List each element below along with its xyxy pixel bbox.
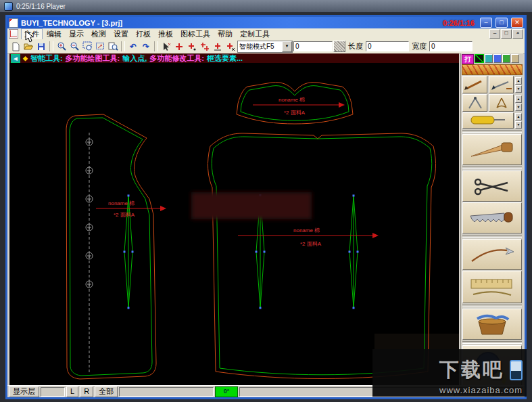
app-icon	[9, 18, 18, 28]
mode-dropdown[interactable]: 智能模式F5 ▼	[237, 41, 293, 53]
status-cell	[119, 387, 214, 397]
toolbar: ↶ ↷ 智能模式F5 ▼ 长度 宽度	[7, 39, 525, 54]
mini-tool-button[interactable]	[502, 54, 510, 63]
select-tool-icon[interactable]	[160, 41, 172, 52]
watermark-url: www.xiazaiba.com	[439, 385, 523, 395]
menu-grading[interactable]: 推板	[155, 28, 176, 40]
mouse-cursor	[25, 30, 34, 45]
pattern-swatch-button[interactable]	[333, 41, 345, 52]
watermark: 下载吧 www.xiazaiba.com	[439, 357, 523, 395]
divider	[462, 305, 522, 307]
spin-up-icon[interactable]: ▲	[515, 113, 522, 120]
pattern-mode-button[interactable]: 打	[462, 54, 474, 64]
mini-tool-button[interactable]	[511, 54, 519, 63]
menu-icon-tools[interactable]: 图标工具	[177, 28, 214, 40]
roller-tool-button[interactable]	[462, 112, 514, 129]
zoom-area-icon[interactable]	[81, 41, 93, 52]
pan-icon[interactable]	[94, 41, 106, 52]
add-point-tool-icon[interactable]	[186, 41, 198, 52]
hint-segment: 输入点,	[122, 53, 147, 63]
svg-text:*2 面料A: *2 面料A	[284, 110, 306, 116]
zoom-in-icon[interactable]	[55, 41, 68, 52]
maximize-button[interactable]: □	[495, 18, 508, 28]
diamond-icon: ◆	[23, 55, 28, 62]
intersect-point-tool-icon[interactable]	[199, 41, 211, 52]
seam-ripper-tool-button[interactable]	[462, 239, 522, 270]
left-button[interactable]: L	[66, 386, 78, 397]
menu-view[interactable]: 显示	[66, 28, 87, 40]
menu-pattern[interactable]: 打板	[132, 28, 154, 40]
spin-down-icon[interactable]: ▼	[515, 104, 522, 111]
drawing-canvas[interactable]: noname 棉 *2 面料A noname 棉 *2 面料A	[9, 63, 459, 385]
close-button[interactable]: ✕	[511, 18, 523, 28]
outline-tool-button[interactable]	[475, 54, 484, 63]
tool-sidebar: 打 ▲▼ ▲▼	[460, 53, 523, 385]
toolbar-separator	[154, 41, 158, 51]
redacted-region	[191, 192, 312, 219]
offset-point-tool-icon[interactable]	[212, 41, 224, 52]
spin-down-icon[interactable]: ▼	[515, 85, 522, 93]
length-input[interactable]	[366, 41, 409, 51]
menu-edit[interactable]: 编辑	[43, 28, 65, 40]
menu-settings[interactable]: 设置	[110, 28, 132, 40]
minimize-button[interactable]: –	[480, 18, 492, 28]
bucket-tool-button[interactable]	[462, 309, 522, 340]
divider	[462, 130, 522, 133]
zoom-fit-icon[interactable]	[107, 41, 119, 52]
svg-text:noname 棉: noname 棉	[293, 227, 320, 233]
delete-point-tool-icon[interactable]	[224, 41, 237, 52]
grain-line: noname 棉 *2 面料A	[238, 227, 379, 247]
pattern-piece-yoke[interactable]	[237, 83, 353, 124]
button-line	[86, 133, 93, 373]
chevron-down-icon[interactable]: ▼	[282, 41, 292, 52]
all-button[interactable]: 全部	[95, 386, 118, 397]
phone-icon	[510, 360, 523, 380]
new-icon[interactable]	[9, 41, 22, 52]
menu-check[interactable]: 检测	[88, 28, 110, 40]
grain-line: noname 棉 *2 面料A	[253, 97, 345, 116]
compass-tool-button[interactable]	[489, 94, 514, 112]
player-titlebar: 0:25/1:16 Player	[0, 0, 532, 12]
divider	[462, 166, 522, 169]
pen-tool-button[interactable]	[462, 76, 487, 93]
svg-text:*2 面料A: *2 面料A	[114, 212, 135, 218]
value-input[interactable]	[293, 41, 333, 51]
pen-nib-tool-button[interactable]	[489, 76, 514, 93]
spin-down-icon[interactable]: ▼	[515, 121, 522, 129]
scissors-tool-button[interactable]	[462, 171, 522, 202]
mini-tool-button[interactable]	[485, 54, 493, 63]
menu-custom-tools[interactable]: 定制工具	[237, 28, 273, 40]
saw-tool-button[interactable]	[462, 202, 522, 233]
app-window: BUYI_TECHNOLOGY - [3.prj] 0:26/1:16 – □ …	[5, 15, 527, 399]
ruler-tool-button[interactable]	[462, 271, 522, 303]
dart[interactable]	[349, 196, 358, 308]
mini-tool-button[interactable]	[493, 54, 502, 63]
back-icon[interactable]: ◀	[11, 54, 20, 63]
document-icon	[9, 29, 18, 39]
angle-indicator: 0°	[215, 386, 238, 397]
pattern-piece-front[interactable]	[66, 114, 156, 379]
undo-icon[interactable]: ↶	[127, 41, 139, 52]
layer-button[interactable]: 显示层	[9, 386, 39, 397]
spin-up-icon[interactable]: ▲	[515, 95, 522, 103]
right-button[interactable]: R	[80, 386, 93, 397]
child-restore-button[interactable]: □	[501, 29, 512, 39]
hint-segment: 多功能绘图工具:	[66, 53, 120, 63]
svg-text:noname 棉: noname 棉	[108, 200, 135, 206]
redo-icon[interactable]: ↷	[140, 41, 152, 52]
zoom-out-icon[interactable]	[68, 41, 80, 52]
point-tool-icon[interactable]	[173, 41, 185, 52]
app-title: BUYI_TECHNOLOGY - [3.prj]	[21, 19, 440, 27]
player-title: 0:25/1:16 Player	[16, 3, 66, 10]
child-close-button[interactable]: ×	[512, 29, 523, 39]
toolbar-separator	[121, 41, 125, 51]
menu-help[interactable]: 帮助	[214, 28, 236, 40]
awl-tool-button[interactable]	[462, 134, 522, 165]
toolbar-separator	[49, 41, 53, 51]
spin-up-icon[interactable]: ▲	[515, 77, 522, 85]
status-cell	[41, 387, 65, 397]
save-icon[interactable]	[35, 41, 47, 52]
divider-tool-button[interactable]	[462, 94, 487, 112]
child-minimize-button[interactable]: –	[489, 29, 500, 39]
width-input[interactable]	[429, 41, 473, 51]
